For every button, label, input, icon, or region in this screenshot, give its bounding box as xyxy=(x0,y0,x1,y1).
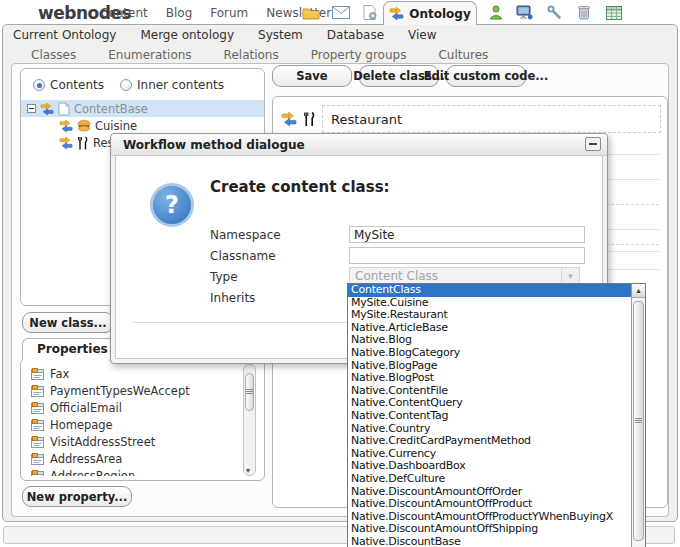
top-nav-item[interactable]: Content xyxy=(100,6,148,20)
properties-panel: Fax PaymentTypesWeAccept OfficialEmail H… xyxy=(20,358,265,481)
classname-input[interactable] xyxy=(349,247,585,264)
property-list-item[interactable]: Homepage xyxy=(27,416,236,433)
menu-item[interactable]: View xyxy=(408,28,436,42)
property-icon xyxy=(31,368,44,380)
dropdown-item[interactable]: Native.Blog xyxy=(348,334,631,347)
inherits-dropdown-items: ContentClassMySite.CuisineMySite.Restaur… xyxy=(348,284,631,547)
class-name-field[interactable]: Restaurant xyxy=(322,105,661,133)
tab[interactable]: Classes xyxy=(27,46,80,64)
dialog-title-bar[interactable]: Workflow method dialogue xyxy=(111,134,607,156)
property-icon xyxy=(31,402,44,414)
dropdown-item[interactable]: Native.Currency xyxy=(348,448,631,461)
property-list-item[interactable]: OfficialEmail xyxy=(27,399,236,416)
dropdown-item[interactable]: Native.ContentTag xyxy=(348,410,631,423)
property-name: VisitAddressStreet xyxy=(50,435,155,449)
recycle-bin-icon[interactable] xyxy=(574,4,594,21)
dropdown-item[interactable]: Native.ContentQuery xyxy=(348,397,631,410)
ontology-class-icon xyxy=(40,102,54,116)
dropdown-item[interactable]: MySite.Restaurant xyxy=(348,309,631,322)
dropdown-item[interactable]: Native.CreditCardPaymentMethod xyxy=(348,435,631,448)
dropdown-item[interactable]: ContentClass xyxy=(348,284,631,297)
workstation-icon[interactable] xyxy=(514,4,534,21)
tab[interactable]: Enumerations xyxy=(104,46,195,64)
new-property-button[interactable]: New property... xyxy=(22,486,132,507)
dropdown-item[interactable]: Native.DefCulture xyxy=(348,473,631,486)
property-list-item[interactable]: VisitAddressStreet xyxy=(27,433,236,450)
spreadsheet-icon[interactable] xyxy=(604,4,624,21)
menu-item[interactable]: Database xyxy=(327,28,384,42)
inherits-label: Inherits xyxy=(210,291,330,305)
tab[interactable]: Property groups xyxy=(307,46,411,64)
property-icon xyxy=(31,436,44,448)
type-label: Type xyxy=(210,270,330,284)
page-icon xyxy=(58,102,70,116)
inherits-dropdown-list: ContentClassMySite.CuisineMySite.Restaur… xyxy=(347,283,646,547)
dropdown-item[interactable]: Native.DiscountBase xyxy=(348,536,631,547)
tab[interactable]: Relations xyxy=(220,46,283,64)
property-list-item[interactable]: AddressArea xyxy=(27,450,236,467)
tree-filter-radios: Contents Inner contents xyxy=(21,69,264,92)
property-list-item[interactable]: AddressRegion xyxy=(27,467,236,476)
scroll-up-icon[interactable] xyxy=(632,284,645,298)
menu-item[interactable]: System xyxy=(258,28,303,42)
editor-action-button[interactable]: Edit custom code... xyxy=(446,65,526,87)
tree-node-contentbase[interactable]: ContentBase xyxy=(21,100,264,117)
minimize-icon[interactable] xyxy=(585,137,601,151)
classname-label: Classname xyxy=(210,249,330,263)
dropdown-item[interactable]: MySite.Cuisine xyxy=(348,297,631,310)
radio-contents[interactable]: Contents xyxy=(33,78,104,92)
type-select: Content Class xyxy=(349,267,580,284)
dropdown-item[interactable]: Native.BlogCategory xyxy=(348,347,631,360)
folder-icon[interactable] xyxy=(301,4,321,21)
radio-inner-contents[interactable]: Inner contents xyxy=(120,78,224,92)
mail-icon[interactable] xyxy=(331,4,351,21)
properties-scrollbar-thumb[interactable] xyxy=(245,373,254,411)
property-icon xyxy=(31,385,44,397)
top-nav-item[interactable]: Blog xyxy=(166,6,193,20)
radio-contents-button[interactable] xyxy=(33,79,45,91)
app-window: webnodes ContentBlogForumNewsletter Onto… xyxy=(0,0,680,547)
ontology-class-icon xyxy=(59,119,73,133)
new-class-button[interactable]: New class... xyxy=(22,312,114,333)
properties-tab[interactable]: Properties xyxy=(22,338,123,360)
collapse-icon[interactable] xyxy=(27,104,36,113)
user-icon[interactable] xyxy=(486,4,506,21)
menu-item[interactable]: Merge ontology xyxy=(140,28,234,42)
property-name: Homepage xyxy=(50,418,113,432)
header-bar: webnodes ContentBlogForumNewsletter Onto… xyxy=(0,0,680,24)
ontology-class-icon xyxy=(281,111,297,127)
dropdown-item[interactable]: Native.DiscountAmountOffProduct xyxy=(348,498,631,511)
tab-strip: ClassesEnumerationsRelationsProperty gro… xyxy=(27,46,492,64)
dropdown-scrollbar[interactable] xyxy=(631,284,645,547)
dropdown-item[interactable]: Native.BlogPost xyxy=(348,372,631,385)
dropdown-item[interactable]: Native.DiscountAmountOffOrder xyxy=(348,486,631,499)
dropdown-item[interactable]: Native.DiscountAmountOffProductYWhenBuyi… xyxy=(348,511,631,524)
namespace-input[interactable] xyxy=(349,226,585,243)
dropdown-item[interactable]: Native.BlogPage xyxy=(348,360,631,373)
tree-node-cuisine[interactable]: Cuisine xyxy=(21,117,264,134)
ontology-tab[interactable]: Ontology xyxy=(383,1,477,25)
property-name: Fax xyxy=(50,367,69,381)
dropdown-item[interactable]: Native.ContentFile xyxy=(348,385,631,398)
editor-action-buttons: SaveDelete class...Edit custom code... xyxy=(272,65,526,87)
top-nav-item[interactable]: Newsletter xyxy=(266,6,331,20)
property-list-item[interactable]: Fax xyxy=(27,365,236,382)
dropdown-scrollbar-thumb[interactable] xyxy=(633,301,644,541)
dropdown-item[interactable]: Native.DiscountAmountOffShipping xyxy=(348,523,631,536)
property-list-item[interactable]: PaymentTypesWeAccept xyxy=(27,382,236,399)
class-name-row: Restaurant xyxy=(281,105,661,133)
top-nav-item[interactable]: Forum xyxy=(210,6,248,20)
ontology-icon xyxy=(389,6,404,21)
editor-action-button[interactable]: Save xyxy=(272,65,352,87)
page-settings-icon[interactable] xyxy=(360,4,380,21)
tab[interactable]: Cultures xyxy=(434,46,492,64)
menu-item[interactable]: Current Ontology xyxy=(13,28,116,42)
dropdown-item[interactable]: Native.ArticleBase xyxy=(348,322,631,335)
dropdown-item[interactable]: Native.Country xyxy=(348,423,631,436)
properties-scrollbar[interactable] xyxy=(243,364,256,476)
dropdown-item[interactable]: Native.DashboardBox xyxy=(348,460,631,473)
radio-inner-contents-button[interactable] xyxy=(120,79,132,91)
top-nav: ContentBlogForumNewsletter xyxy=(100,6,331,20)
wrench-icon[interactable] xyxy=(544,4,564,21)
dialog-heading: Create content class: xyxy=(210,178,390,196)
